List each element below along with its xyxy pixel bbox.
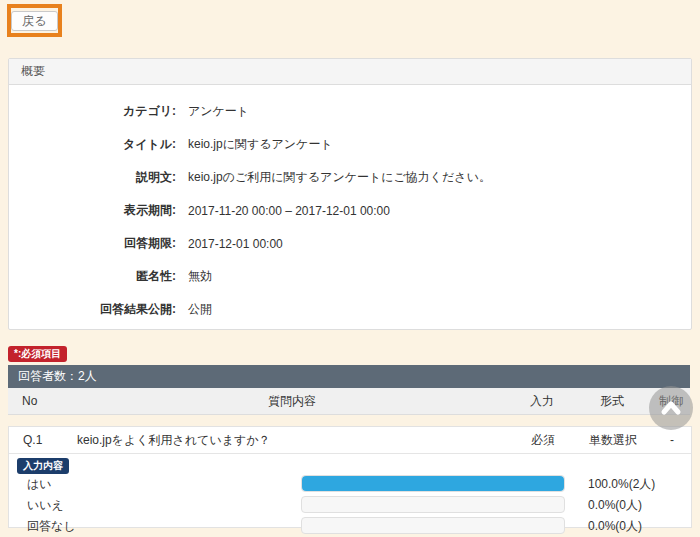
result-row-no-answer: 回答なし 0.0%(0人) [9, 517, 691, 533]
field-label: カテゴリ: [9, 103, 176, 120]
overview-field-anonymity: 匿名性: 無効 [9, 260, 691, 293]
overview-field-title: タイトル: keio.jpに関するアンケート [9, 128, 691, 161]
overview-panel-title: 概要 [9, 59, 691, 85]
field-value: 公開 [188, 301, 212, 318]
scroll-to-top-button[interactable] [649, 386, 693, 430]
option-percent: 100.0%(2人) [588, 476, 655, 493]
question-table-header: No 質問内容 入力 形式 制御 [8, 388, 690, 415]
field-value: アンケート [188, 103, 249, 120]
result-bar-track [301, 517, 565, 534]
overview-field-deadline: 回答期限: 2017-12-01 00:00 [9, 227, 691, 260]
question-row: Q.1 keio.jpをよく利用されていますか？ 必須 単数選択 - [9, 427, 691, 454]
field-value: 2017-12-01 00:00 [188, 237, 283, 251]
overview-field-result-publication: 回答結果公開: 公開 [9, 293, 691, 326]
field-label: 表示期間: [9, 202, 176, 219]
field-value: keio.jpのご利用に関するアンケートにご協力ください。 [188, 169, 491, 186]
field-value: 無効 [188, 268, 212, 285]
header-format: 形式 [572, 393, 652, 410]
header-input: 入力 [512, 393, 572, 410]
overview-field-category: カテゴリ: アンケート [9, 95, 691, 128]
result-bar-track [301, 496, 565, 513]
field-label: 回答期限: [9, 235, 176, 252]
field-value: keio.jpに関するアンケート [188, 136, 333, 153]
option-label: 回答なし [27, 518, 76, 535]
result-bar-fill [302, 476, 564, 491]
option-label: いいえ [27, 497, 64, 514]
back-button-highlight: 戻る [7, 4, 62, 37]
result-bar-track [301, 475, 565, 492]
header-question-content: 質問内容 [72, 393, 512, 410]
option-percent: 0.0%(0人) [588, 518, 642, 535]
result-row-no: いいえ 0.0%(0人) [9, 496, 691, 512]
field-label: タイトル: [9, 136, 176, 153]
survey-results-page: 戻る 概要 カテゴリ: アンケート タイトル: keio.jpに関するアンケート… [0, 0, 700, 537]
option-label: はい [27, 476, 52, 493]
field-value: 2017-11-20 00:00 – 2017-12-01 00:00 [188, 204, 390, 218]
overview-panel-body: カテゴリ: アンケート タイトル: keio.jpに関するアンケート 説明文: … [9, 85, 691, 326]
question-number: Q.1 [9, 433, 73, 447]
input-content-badge: 入力内容 [17, 458, 69, 474]
field-label: 匿名性: [9, 268, 176, 285]
back-button[interactable]: 戻る [11, 11, 57, 31]
option-percent: 0.0%(0人) [588, 497, 642, 514]
overview-field-description: 説明文: keio.jpのご利用に関するアンケートにご協力ください。 [9, 161, 691, 194]
field-label: 説明文: [9, 169, 176, 186]
header-no: No [8, 394, 72, 408]
overview-field-display-period: 表示期間: 2017-11-20 00:00 – 2017-12-01 00:0… [9, 194, 691, 227]
question-input-type: 必須 [513, 432, 573, 449]
chevron-up-icon [658, 395, 684, 421]
overview-panel: 概要 カテゴリ: アンケート タイトル: keio.jpに関するアンケート 説明… [8, 58, 692, 330]
question-format: 単数選択 [573, 432, 653, 449]
required-legend-badge: *:必須項目 [8, 346, 67, 362]
question-control: - [653, 433, 691, 447]
question-panel: Q.1 keio.jpをよく利用されていますか？ 必須 単数選択 - 入力内容 … [8, 426, 692, 528]
field-label: 回答結果公開: [9, 301, 176, 318]
result-row-yes: はい 100.0%(2人) [9, 475, 691, 491]
respondents-count-bar: 回答者数：2人 [8, 365, 690, 388]
question-text: keio.jpをよく利用されていますか？ [73, 432, 513, 449]
